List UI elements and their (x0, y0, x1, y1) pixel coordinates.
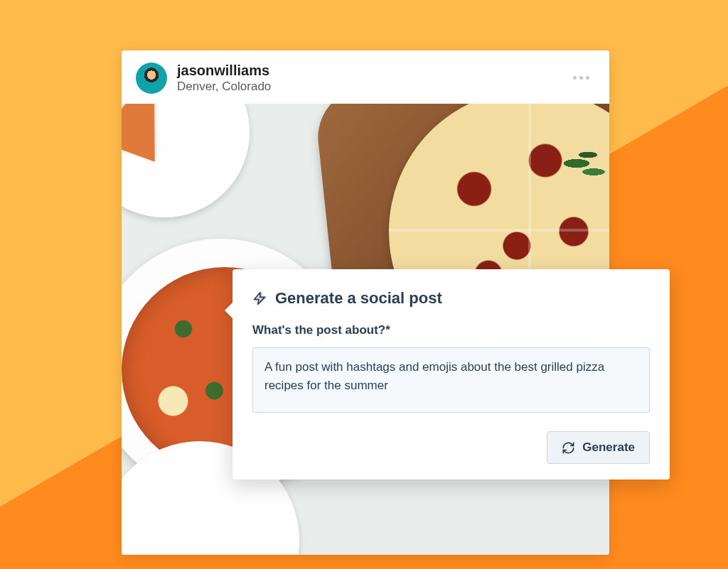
lightning-icon (252, 290, 267, 307)
generate-social-post-modal: Generate a social post What's the post a… (232, 269, 670, 479)
app-canvas: jasonwilliams Denver, Colorado (0, 0, 728, 569)
avatar[interactable] (136, 63, 167, 94)
modal-footer: Generate (252, 431, 650, 464)
modal-title-row: Generate a social post (252, 289, 650, 308)
basil-garnish (560, 146, 609, 189)
generate-button-label: Generate (582, 440, 635, 455)
more-options-button[interactable] (567, 70, 595, 85)
plate-top-left (122, 104, 250, 217)
popover-arrow (225, 302, 233, 319)
post-description-input[interactable] (252, 347, 650, 413)
username[interactable]: jasonwilliams (177, 62, 557, 79)
svg-marker-1 (256, 292, 267, 304)
pizza-slice (122, 104, 184, 162)
post-header: jasonwilliams Denver, Colorado (122, 50, 609, 104)
field-label: What's the post about?* (252, 323, 650, 337)
user-block: jasonwilliams Denver, Colorado (177, 62, 557, 94)
refresh-icon (562, 441, 575, 455)
modal-title: Generate a social post (275, 289, 442, 308)
location: Denver, Colorado (177, 79, 557, 94)
generate-button[interactable]: Generate (547, 431, 650, 464)
